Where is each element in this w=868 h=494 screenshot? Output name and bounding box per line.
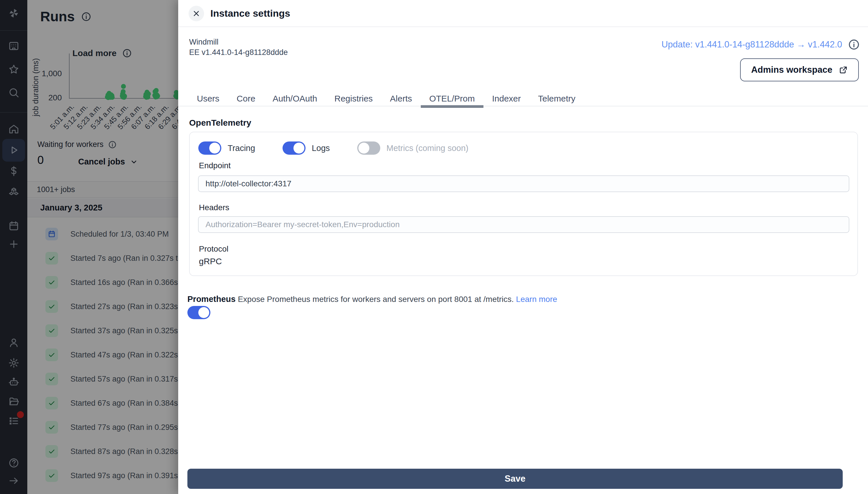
settings-tabs: UsersCoreAuth/OAuthRegistriesAlertsOTEL/… [188,94,584,108]
toggle-label: Tracing [228,144,255,153]
admins-workspace-button[interactable]: Admins workspace [740,58,859,81]
admins-workspace-label: Admins workspace [751,65,832,75]
logs-toggle[interactable] [282,141,305,155]
prometheus-learn-more-link[interactable]: Learn more [516,295,557,304]
toggle-label: Logs [312,144,330,153]
close-button[interactable] [189,6,204,21]
prometheus-description: Expose Prometheus metrics for workers an… [238,295,514,304]
app-name: Windmill [189,37,288,47]
metrics-coming-soon--toggle [357,141,380,155]
divider [178,26,868,27]
prometheus-title: Prometheus [188,294,236,304]
close-icon [192,9,201,18]
endpoint-input[interactable] [198,175,849,192]
prometheus-toggle[interactable] [188,306,211,319]
drawer-title: Instance settings [211,8,290,19]
version-text: EE v1.441.0-14-g81128ddde [189,47,288,57]
toggle-label: Metrics (coming soon) [387,144,469,153]
protocol-value: gRPC [199,256,222,266]
toggle-knob [293,142,304,154]
update-link[interactable]: Update: v1.441.0-14-g81128ddde → v1.442.… [662,39,842,50]
tab-users[interactable]: Users [188,94,228,108]
toggle-knob [358,142,369,154]
tab-telemetry[interactable]: Telemetry [529,94,584,108]
tab-indexer[interactable]: Indexer [484,94,529,108]
tab-alerts[interactable]: Alerts [381,94,421,108]
headers-label: Headers [199,203,229,212]
opentelemetry-heading: OpenTelemetry [189,118,251,128]
opentelemetry-card: TracingLogsMetrics (coming soon) Endpoin… [189,132,858,276]
tab-registries[interactable]: Registries [326,94,381,108]
protocol-label: Protocol [199,244,229,253]
screen: Runs Load more job duration (ms) 1,000 2… [0,0,868,494]
tracing-toggle[interactable] [198,141,221,155]
tab-otel-prom[interactable]: OTEL/Prom [421,94,484,108]
tab-core[interactable]: Core [228,94,264,108]
info-icon [848,39,860,51]
headers-input[interactable] [198,216,849,233]
endpoint-label: Endpoint [199,161,231,170]
save-button[interactable]: Save [188,469,843,489]
instance-settings-drawer: Instance settings Windmill EE v1.441.0-1… [178,0,868,494]
tab-auth-oauth[interactable]: Auth/OAuth [264,94,326,108]
toggle-knob [209,142,220,154]
version-block: Windmill EE v1.441.0-14-g81128ddde [189,37,288,57]
tabs-divider [178,106,868,107]
external-link-icon [839,65,848,75]
